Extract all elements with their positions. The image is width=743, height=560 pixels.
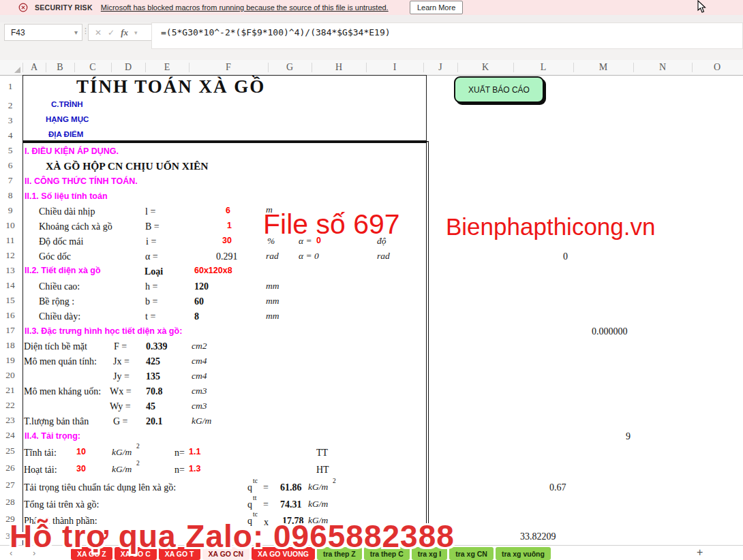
- cell-text[interactable]: Tổng tải trên xà gồ:: [24, 499, 99, 510]
- cell-text[interactable]: mm: [266, 311, 279, 322]
- row-header-3[interactable]: 3: [0, 115, 20, 126]
- column-header-K[interactable]: K: [482, 62, 489, 73]
- cell-text[interactable]: b =: [145, 296, 157, 307]
- cell-text[interactable]: II.2. Tiết diện xà gồ: [25, 266, 101, 276]
- cell-text[interactable]: 135: [146, 371, 160, 382]
- cell-text[interactable]: tt: [253, 495, 256, 501]
- cell-text[interactable]: 1: [227, 221, 232, 231]
- column-header-G[interactable]: G: [286, 62, 293, 73]
- cell-text[interactable]: n=: [175, 448, 185, 458]
- cell-text[interactable]: 0.000000: [592, 326, 628, 337]
- row-header-11[interactable]: 11: [0, 235, 20, 246]
- fx-chevron-icon[interactable]: ▾: [134, 29, 138, 36]
- cell-text[interactable]: Diện tích bề mặt: [24, 341, 87, 352]
- cell-text[interactable]: 8: [194, 311, 199, 322]
- row-header-7[interactable]: 7: [0, 175, 20, 186]
- cell-text[interactable]: 60x120x8: [194, 266, 232, 276]
- cell-text[interactable]: kG/m: [112, 465, 132, 475]
- row-header-8[interactable]: 8: [0, 190, 20, 201]
- cell-text[interactable]: XÀ GỒ HỘP CN CHỊU UỐN XIÊN: [46, 160, 209, 172]
- row-header-17[interactable]: 17: [0, 325, 20, 336]
- cell-text[interactable]: 74.31: [280, 499, 302, 510]
- column-header-F[interactable]: F: [226, 62, 231, 73]
- row-header-20[interactable]: 20: [0, 370, 20, 381]
- learn-more-button[interactable]: Learn More: [410, 1, 463, 14]
- cell-text[interactable]: rad: [377, 251, 390, 262]
- enter-icon[interactable]: ✓: [108, 28, 115, 37]
- name-box[interactable]: F43 ▾: [4, 24, 82, 41]
- cell-text[interactable]: 30: [76, 465, 86, 474]
- row-header-22[interactable]: 22: [0, 400, 20, 411]
- cell-text[interactable]: Hoạt tải:: [24, 465, 57, 475]
- row-header-13[interactable]: 13: [0, 265, 20, 276]
- row-header-21[interactable]: 21: [0, 385, 20, 396]
- cell-text[interactable]: cm3: [192, 401, 207, 411]
- row-header-18[interactable]: 18: [0, 340, 20, 351]
- cell-text[interactable]: 120: [194, 281, 209, 292]
- name-box-chevron-icon[interactable]: ▾: [74, 29, 78, 36]
- row-header-28[interactable]: 28: [0, 497, 20, 508]
- cell-text[interactable]: 20.1: [146, 416, 163, 426]
- cell-text[interactable]: 2: [136, 460, 140, 467]
- cell-text[interactable]: h =: [145, 281, 157, 292]
- cell-text[interactable]: kG/m: [112, 448, 132, 458]
- row-header-4[interactable]: 4: [0, 130, 20, 141]
- cell-text[interactable]: ĐỊA ĐIỂM: [48, 130, 83, 139]
- cell-text[interactable]: α = 0: [299, 251, 319, 262]
- row-header-24[interactable]: 24: [0, 430, 20, 441]
- cell-text[interactable]: 0.339: [146, 341, 168, 352]
- cell-text[interactable]: II. CÔNG THỨC TÍNH TOÁN.: [25, 177, 138, 187]
- column-header-N[interactable]: N: [659, 62, 666, 73]
- cell-text[interactable]: Độ dốc mái: [39, 236, 83, 247]
- row-header-27[interactable]: 27: [0, 480, 20, 491]
- column-header-A[interactable]: A: [31, 62, 37, 73]
- cell-text[interactable]: 425: [146, 356, 160, 367]
- cell-text[interactable]: kG/m: [308, 482, 328, 493]
- row-header-25[interactable]: 25: [0, 446, 20, 456]
- select-all-corner[interactable]: [14, 67, 20, 73]
- cell-text[interactable]: mm: [266, 296, 279, 307]
- cell-text[interactable]: cm4: [192, 356, 207, 367]
- column-header-L[interactable]: L: [541, 62, 547, 73]
- cell-text[interactable]: Jy =: [113, 371, 130, 382]
- cell-text[interactable]: T.lượng bản thân: [24, 416, 89, 426]
- export-report-button[interactable]: XUẤT BÁO CÁO: [454, 76, 544, 103]
- row-header-10[interactable]: 10: [0, 220, 20, 231]
- row-header-2[interactable]: 2: [0, 100, 20, 111]
- cell-text[interactable]: F =: [114, 341, 127, 352]
- cell-text[interactable]: II.4. Tải trọng:: [25, 432, 80, 441]
- sheet-tab-tra-xg-vuông[interactable]: tra xg vuông: [496, 547, 551, 560]
- row-header-1[interactable]: 1: [0, 81, 20, 92]
- cell-text[interactable]: n=: [175, 465, 185, 475]
- column-header-I[interactable]: I: [393, 62, 397, 73]
- row-header-23[interactable]: 23: [0, 415, 20, 426]
- cell-text[interactable]: Khoảng cách xà gồ: [39, 221, 112, 232]
- cell-text[interactable]: Loại: [145, 266, 163, 277]
- row-header-26[interactable]: 26: [0, 463, 20, 473]
- cancel-icon[interactable]: ✕: [95, 28, 102, 37]
- insert-function-icon[interactable]: fx: [121, 27, 128, 38]
- row-header-16[interactable]: 16: [0, 310, 20, 321]
- cell-text[interactable]: 33.82209: [520, 531, 556, 542]
- cell-text[interactable]: 9: [626, 431, 631, 441]
- column-header-O[interactable]: O: [714, 62, 721, 73]
- cell-text[interactable]: cm3: [192, 386, 207, 396]
- cell-text[interactable]: C.TRÌNH: [51, 100, 83, 109]
- cell-text[interactable]: t =: [145, 311, 155, 322]
- cell-text[interactable]: 60: [194, 296, 204, 307]
- cell-text[interactable]: 70.8: [146, 386, 163, 396]
- cell-text[interactable]: TT: [316, 448, 328, 458]
- cell-text[interactable]: HT: [316, 465, 329, 475]
- cell-text[interactable]: kG/m: [192, 416, 211, 426]
- cell-text[interactable]: Jx =: [113, 356, 130, 367]
- cell-text[interactable]: 0.67: [549, 482, 566, 493]
- cell-text[interactable]: 30: [222, 236, 232, 246]
- cell-text[interactable]: i =: [146, 236, 156, 247]
- cell-text[interactable]: Góc dốc: [39, 251, 71, 262]
- cell-text[interactable]: Bề rộng :: [39, 296, 74, 307]
- cell-text[interactable]: Wy =: [110, 401, 131, 411]
- cell-text[interactable]: =: [263, 499, 269, 510]
- cell-text[interactable]: l =: [145, 206, 155, 217]
- cell-text[interactable]: tc: [253, 478, 258, 484]
- cell-text[interactable]: =: [263, 482, 269, 493]
